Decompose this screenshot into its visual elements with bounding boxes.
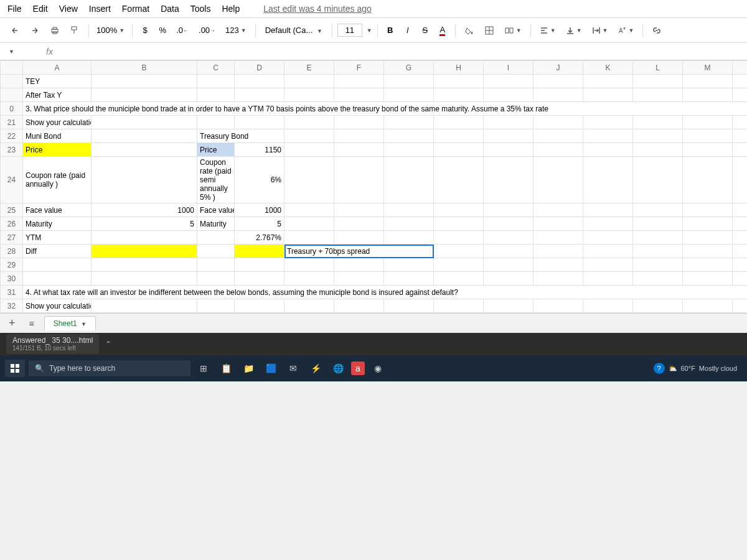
cell[interactable]: 1000 <box>235 203 284 217</box>
cell[interactable] <box>633 143 683 157</box>
cell[interactable] <box>633 129 683 143</box>
cell[interactable] <box>197 75 235 88</box>
cell[interactable] <box>533 245 583 258</box>
taskbar-app-icon[interactable]: 🟦 <box>261 359 280 378</box>
menu-file[interactable]: File <box>7 4 22 14</box>
cell[interactable] <box>484 258 533 272</box>
text-color-button[interactable]: A <box>435 22 450 39</box>
zoom-select[interactable]: 100%▼ <box>94 22 127 39</box>
cell[interactable] <box>683 258 733 272</box>
cell[interactable] <box>197 299 235 313</box>
cell[interactable] <box>434 258 484 272</box>
cell[interactable] <box>284 203 334 217</box>
cell[interactable] <box>235 272 284 286</box>
cell[interactable] <box>583 203 633 217</box>
cell[interactable] <box>384 217 434 231</box>
redo-button[interactable] <box>26 22 44 39</box>
download-chevron-icon[interactable]: ⌃ <box>105 340 111 348</box>
cell[interactable]: Maturity <box>197 217 235 231</box>
cell[interactable] <box>533 88 583 102</box>
cell[interactable] <box>533 203 583 217</box>
file-explorer-icon[interactable]: 📁 <box>239 359 258 378</box>
col-header[interactable]: D <box>235 61 284 75</box>
row-header[interactable]: 23 <box>1 143 23 157</box>
cell[interactable] <box>384 231 434 245</box>
row-header[interactable] <box>1 75 23 88</box>
formula-input[interactable] <box>58 45 743 57</box>
cell[interactable] <box>434 245 484 258</box>
cell[interactable] <box>733 231 748 245</box>
cell[interactable] <box>92 258 197 272</box>
cell[interactable] <box>484 143 533 157</box>
taskbar-app-icon[interactable]: 📋 <box>217 359 235 378</box>
spreadsheet-grid[interactable]: A B C D E F G H I J K L M N TEYAfter Tax… <box>0 60 747 313</box>
col-header[interactable]: G <box>384 61 434 75</box>
cell[interactable] <box>633 245 683 258</box>
cell[interactable] <box>384 116 434 129</box>
cell[interactable] <box>92 143 197 157</box>
cell[interactable] <box>334 88 384 102</box>
cell[interactable] <box>583 217 633 231</box>
cell[interactable] <box>284 272 334 286</box>
cell[interactable] <box>235 299 284 313</box>
cell[interactable] <box>733 157 748 203</box>
cell[interactable] <box>284 116 334 129</box>
cell[interactable] <box>583 231 633 245</box>
v-align-button[interactable]: ▼ <box>562 22 586 39</box>
cell[interactable] <box>733 143 748 157</box>
menu-edit[interactable]: Edit <box>33 4 48 14</box>
cell[interactable] <box>384 272 434 286</box>
cell[interactable] <box>733 116 748 129</box>
cell[interactable] <box>533 217 583 231</box>
col-header[interactable]: I <box>484 61 533 75</box>
cell[interactable] <box>683 299 733 313</box>
row-header[interactable]: 22 <box>1 129 23 143</box>
cell[interactable] <box>434 203 484 217</box>
row-header[interactable]: 27 <box>1 231 23 245</box>
menu-format[interactable]: Format <box>122 4 149 14</box>
cell[interactable] <box>484 245 533 258</box>
cell[interactable] <box>683 157 733 203</box>
col-header[interactable]: L <box>633 61 683 75</box>
cell[interactable] <box>197 231 235 245</box>
cell[interactable] <box>284 143 334 157</box>
cell[interactable] <box>334 231 384 245</box>
cell[interactable] <box>633 203 683 217</box>
download-chip[interactable]: Answered_ 35 30....html 141/151 B, 10 se… <box>6 334 99 354</box>
cell[interactable] <box>284 231 334 245</box>
cell[interactable] <box>235 88 284 102</box>
cell[interactable] <box>23 272 92 286</box>
print-button[interactable] <box>46 22 63 39</box>
cell[interactable] <box>533 272 583 286</box>
cell[interactable]: TEY <box>23 75 92 88</box>
borders-button[interactable] <box>481 22 498 39</box>
cell[interactable] <box>92 231 197 245</box>
cell[interactable] <box>334 217 384 231</box>
cell[interactable] <box>434 157 484 203</box>
cell[interactable] <box>683 272 733 286</box>
cell[interactable] <box>92 299 197 313</box>
cell[interactable] <box>197 245 235 258</box>
cell[interactable] <box>633 157 683 203</box>
col-header[interactable]: M <box>683 61 733 75</box>
cell[interactable] <box>434 217 484 231</box>
rotate-button[interactable]: A▼ <box>614 22 637 39</box>
cell[interactable] <box>334 203 384 217</box>
cell[interactable] <box>197 116 235 129</box>
cell[interactable] <box>434 272 484 286</box>
cell[interactable]: Muni Bond <box>23 129 92 143</box>
row-header[interactable] <box>1 88 23 102</box>
cell[interactable] <box>633 299 683 313</box>
col-header[interactable]: K <box>583 61 633 75</box>
cell[interactable] <box>583 88 633 102</box>
row-header[interactable]: 31 <box>1 286 23 299</box>
cell[interactable] <box>633 272 683 286</box>
last-edit-link[interactable]: Last edit was 4 minutes ago <box>263 4 372 14</box>
cell[interactable] <box>334 129 384 143</box>
merge-button[interactable]: ▼ <box>500 22 525 39</box>
bold-button[interactable]: B <box>383 22 398 39</box>
cell[interactable] <box>484 157 533 203</box>
cell[interactable]: Treasury Bond <box>197 129 284 143</box>
cell[interactable] <box>733 203 748 217</box>
cell[interactable] <box>384 75 434 88</box>
